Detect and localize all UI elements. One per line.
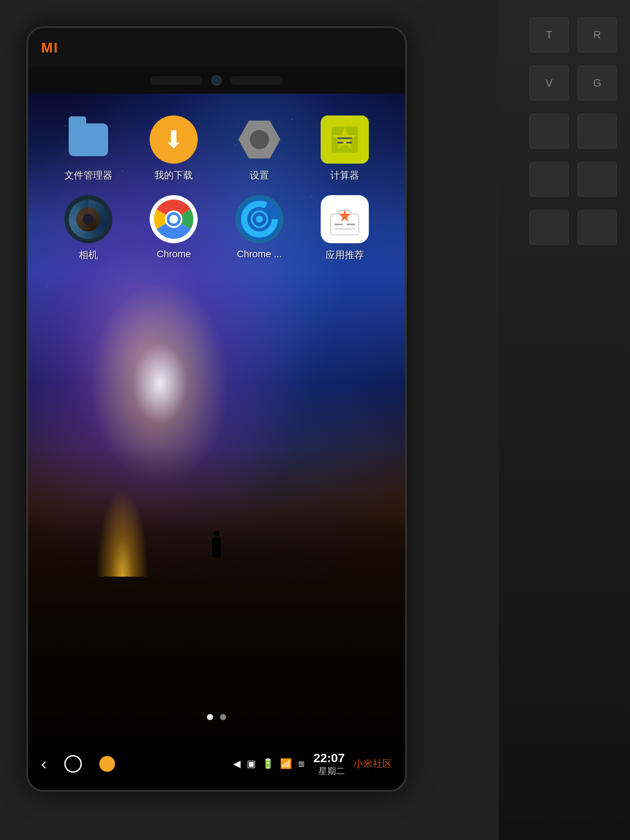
- appstore-svg: [327, 202, 362, 237]
- appstore-label: 应用推荐: [326, 248, 364, 262]
- camera-icon: [64, 195, 112, 243]
- chrome-icon: [150, 195, 198, 243]
- time-text: 22:07: [313, 751, 345, 765]
- chrome-label: Chrome: [157, 248, 191, 260]
- nav-buttons: ‹: [41, 755, 115, 774]
- key-g: G: [578, 66, 617, 101]
- folder-shape: [69, 123, 108, 156]
- download-label: 我的下载: [154, 169, 193, 182]
- chrome-beta-label: Chrome ...: [237, 248, 282, 260]
- key-v: V: [529, 66, 569, 101]
- front-camera: [211, 75, 222, 86]
- ground-silhouette: [28, 448, 405, 738]
- key-extra1: [578, 114, 617, 149]
- speaker-grille: [150, 76, 203, 85]
- settings-icon-container: [235, 116, 284, 164]
- file-manager-label: 文件管理器: [64, 169, 112, 182]
- calculator-svg: [329, 124, 360, 155]
- wifi-icon: 📶: [280, 758, 292, 770]
- time-display: 22:07 星期二: [313, 751, 345, 777]
- hex-inner: [250, 130, 269, 149]
- app-camera[interactable]: 相机: [49, 195, 128, 262]
- miui-logo: 小米社区: [354, 757, 392, 770]
- camera-lens-mid: [76, 207, 100, 231]
- mi-logo: MI: [41, 40, 59, 56]
- svg-point-12: [256, 216, 263, 223]
- nav-icon: ◀: [233, 758, 241, 770]
- key-extra2: [529, 114, 569, 149]
- app-row-2: 相机: [46, 195, 388, 262]
- phone-camera-bar: [28, 67, 405, 94]
- calculator-icon: [321, 116, 369, 164]
- page-indicators: [28, 714, 405, 720]
- recents-button[interactable]: [99, 756, 115, 772]
- screen-icon: ▣: [247, 758, 256, 770]
- back-button[interactable]: ‹: [41, 755, 47, 774]
- status-bar: ‹ ◀ ▣ 🔋 📶 ≡ 22:07 星期二 小米社区: [28, 738, 405, 790]
- svg-rect-17: [334, 228, 355, 230]
- background: R T G V MI: [0, 0, 630, 840]
- app-settings[interactable]: 设置: [220, 116, 299, 182]
- camera-lens-outer: [69, 200, 108, 239]
- download-icon: ⬇: [150, 116, 198, 164]
- app-row-1: 文件管理器 ⬇ 我的下载: [46, 116, 388, 182]
- key-extra5: [578, 210, 617, 245]
- app-file-manager[interactable]: 文件管理器: [49, 116, 128, 182]
- app-chrome[interactable]: Chrome: [134, 195, 213, 262]
- svg-rect-16: [346, 224, 355, 225]
- light-beam: [96, 489, 149, 577]
- svg-rect-15: [334, 224, 343, 225]
- app-download[interactable]: ⬇ 我的下载: [134, 116, 213, 182]
- chrome-beta-svg: [238, 197, 281, 241]
- hex-shape: [238, 119, 280, 161]
- settings-label: 设置: [250, 169, 269, 182]
- key-extra6: [529, 210, 569, 245]
- page-dot-1: [207, 714, 213, 720]
- battery-icon: 🔋: [262, 758, 274, 770]
- phone-device: MI: [26, 26, 407, 792]
- hex-container: [235, 116, 284, 164]
- app-grid: 文件管理器 ⬇ 我的下载: [28, 102, 405, 288]
- speaker-grille-right: [231, 76, 283, 85]
- key-extra3: [578, 162, 617, 197]
- appstore-icon: [321, 195, 369, 243]
- svg-point-8: [169, 215, 178, 224]
- status-right: ◀ ▣ 🔋 📶 ≡ 22:07 星期二 小米社区: [233, 751, 392, 777]
- phone-screen: 文件管理器 ⬇ 我的下载: [28, 94, 405, 738]
- page-dot-2: [220, 714, 226, 720]
- app-calculator[interactable]: 计算器: [305, 116, 384, 182]
- key-t: T: [529, 18, 569, 52]
- menu-icon: ≡: [298, 757, 304, 771]
- keyboard-right: R T G V: [499, 0, 630, 840]
- calculator-label: 计算器: [330, 169, 359, 182]
- app-store[interactable]: 应用推荐: [305, 195, 384, 262]
- home-button[interactable]: [64, 755, 82, 773]
- camera-lens-inner: [83, 214, 94, 225]
- key-extra4: [529, 162, 569, 197]
- svg-rect-4: [346, 142, 352, 144]
- app-chrome-beta[interactable]: Chrome ...: [220, 195, 299, 262]
- key-r: R: [578, 18, 617, 52]
- chrome-svg: [150, 195, 198, 243]
- date-text: 星期二: [313, 765, 345, 777]
- file-manager-icon: [64, 116, 112, 164]
- human-silhouette: [212, 538, 221, 557]
- phone-top-bar: MI: [28, 28, 405, 67]
- svg-rect-3: [337, 142, 343, 144]
- chrome-beta-icon: [235, 195, 284, 243]
- svg-rect-2: [337, 137, 352, 139]
- download-arrow: ⬇: [164, 116, 184, 164]
- camera-label: 相机: [79, 248, 98, 262]
- status-icons: ◀ ▣ 🔋 📶 ≡: [233, 757, 304, 771]
